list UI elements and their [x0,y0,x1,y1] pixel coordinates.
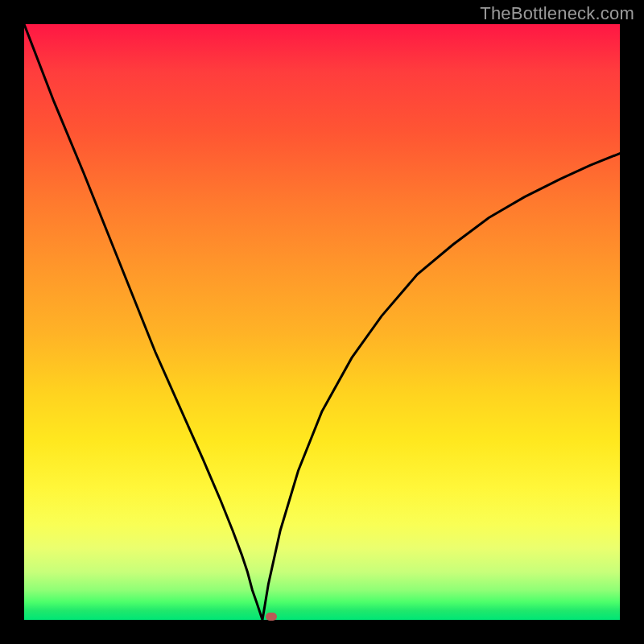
bottleneck-curve-path [24,24,620,620]
curve-svg [24,24,620,620]
chart-frame: TheBottleneck.com [0,0,644,644]
optimal-point-marker [266,613,277,621]
plot-area [24,24,620,620]
watermark-text: TheBottleneck.com [480,3,634,24]
